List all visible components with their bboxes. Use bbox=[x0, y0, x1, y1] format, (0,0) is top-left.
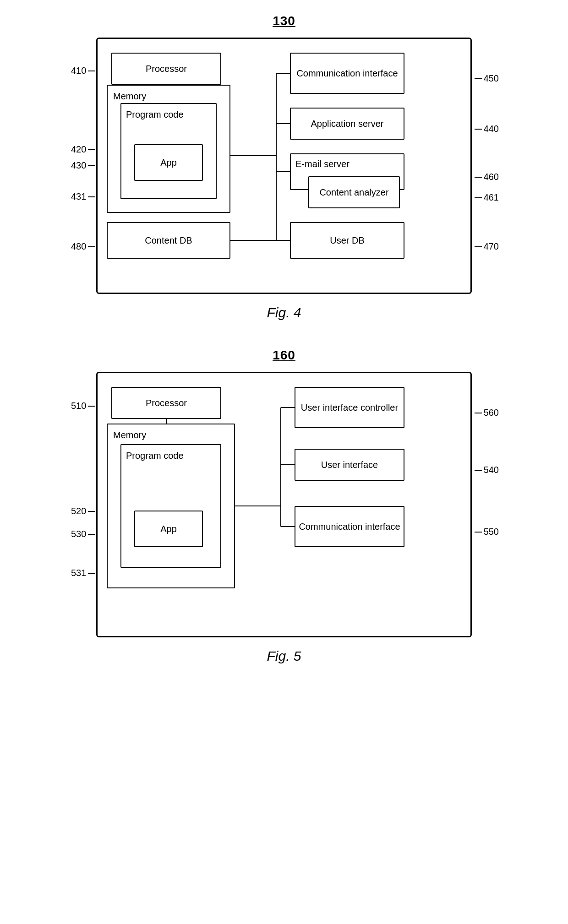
fig5-processor-ref: 510 bbox=[71, 401, 95, 411]
fig4-app-box: App bbox=[134, 144, 203, 181]
figure-4-container: 130 Processor 410 bbox=[78, 14, 490, 321]
fig4-emailserver-ref: 460 bbox=[475, 172, 499, 182]
fig5-useriface-ref: 540 bbox=[475, 465, 499, 475]
fig4-appserver-ref: 440 bbox=[475, 124, 499, 134]
fig4-contentdb-box: Content DB bbox=[107, 222, 230, 259]
fig4-programcode-ref: 430 bbox=[71, 160, 95, 171]
fig4-appserver-box: Application server bbox=[290, 108, 404, 140]
fig4-memory-ref: 420 bbox=[71, 144, 95, 155]
fig5-useriface-box: User interface bbox=[295, 449, 404, 481]
fig4-caption: Fig. 4 bbox=[267, 305, 301, 321]
fig4-userdb-label: User DB bbox=[330, 234, 365, 246]
fig5-useriface-label: User interface bbox=[321, 459, 378, 471]
fig4-contentanalyzer-label: Content analyzer bbox=[319, 186, 388, 198]
fig5-programcode-label: Program code bbox=[126, 450, 184, 462]
fig4-diagram-label: 130 bbox=[273, 14, 295, 28]
fig4-contentdb-label: Content DB bbox=[145, 234, 192, 246]
fig5-diagram: Processor 510 Memory 520 Program code 53… bbox=[96, 372, 472, 637]
fig4-commiface-ref: 450 bbox=[475, 73, 499, 84]
fig5-caption: Fig. 5 bbox=[267, 648, 301, 664]
fig5-uicontroller-label: User interface controller bbox=[301, 402, 398, 413]
fig4-processor-ref: 410 bbox=[71, 65, 95, 76]
fig4-processor-label: Processor bbox=[146, 63, 187, 75]
fig4-commiface-label: Communication interface bbox=[296, 67, 398, 79]
fig5-programcode-ref: 530 bbox=[71, 529, 95, 539]
fig5-commiface-label: Communication interface bbox=[299, 521, 400, 533]
fig5-app-box: App bbox=[134, 511, 203, 547]
fig5-commiface-box: Communication interface bbox=[295, 506, 404, 547]
fig5-processor-label: Processor bbox=[146, 397, 187, 409]
fig4-appserver-label: Application server bbox=[311, 118, 384, 130]
fig4-userdb-box: User DB bbox=[290, 222, 404, 259]
fig4-contentanalyzer-box: Content analyzer bbox=[308, 176, 400, 208]
fig4-app-ref: 431 bbox=[71, 191, 95, 202]
fig4-processor-box: Processor bbox=[111, 53, 221, 85]
fig5-app-label: App bbox=[160, 523, 177, 535]
fig4-app-label: App bbox=[160, 157, 177, 168]
fig5-memory-ref: 520 bbox=[71, 506, 95, 516]
fig5-programcode-box: Program code bbox=[120, 444, 221, 568]
fig5-memory-label: Memory bbox=[113, 429, 146, 441]
fig4-commiface-box: Communication interface bbox=[290, 53, 404, 94]
fig4-emailserver-label: E-mail server bbox=[295, 158, 350, 170]
fig4-contentanalyzer-ref: 461 bbox=[475, 192, 499, 203]
fig5-uicontroller-box: User interface controller bbox=[295, 387, 404, 428]
fig5-commiface-ref: 550 bbox=[475, 527, 499, 537]
fig5-app-ref: 531 bbox=[71, 568, 95, 578]
fig5-processor-box: Processor bbox=[111, 387, 221, 419]
fig4-programcode-label: Program code bbox=[126, 109, 184, 120]
fig5-uicontroller-ref: 560 bbox=[475, 408, 499, 418]
fig4-userdb-ref: 470 bbox=[475, 241, 499, 252]
fig4-contentdb-ref: 480 bbox=[71, 241, 95, 252]
fig4-memory-label: Memory bbox=[113, 90, 146, 102]
figure-5-container: 160 Processor 510 Memory bbox=[78, 348, 490, 664]
fig4-diagram: Processor 410 Memory 420 Program code 43… bbox=[96, 38, 472, 294]
fig5-diagram-label: 160 bbox=[273, 348, 295, 363]
